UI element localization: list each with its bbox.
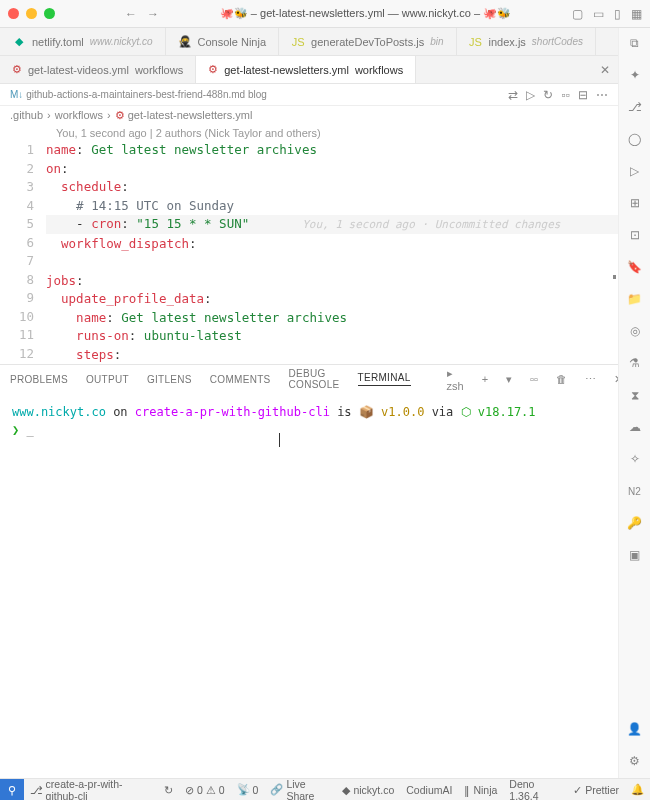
- tab-generateDevToPosts.js[interactable]: JSgenerateDevToPosts.jsbin: [279, 28, 456, 55]
- sparkle-icon[interactable]: ✦: [626, 66, 644, 84]
- titlebar: ← → 🐙🐝 – get-latest-newsletters.yml — ww…: [0, 0, 650, 28]
- status-ninja[interactable]: ‖Ninja: [458, 784, 503, 796]
- tab-netlify.toml[interactable]: ◆netlify.tomlwww.nickyt.co: [0, 28, 166, 55]
- code-line[interactable]: name: Get latest newsletter archives: [46, 309, 618, 328]
- term-node-icon: ⬡: [461, 405, 478, 419]
- sidebar-toggle-icon[interactable]: ▯: [614, 7, 621, 21]
- settings-icon[interactable]: ⚙: [626, 752, 644, 770]
- refresh-icon[interactable]: ↻: [543, 88, 553, 102]
- error-icon: ⊘: [185, 784, 194, 796]
- activity-bar-right: ⧉ ✦ ⎇ ◯ ▷ ⊞ ⊡ 🔖 📁 ◎ ⚗ ⧗ ☁ ✧ N2 🔑 ▣ 👤 ⚙: [618, 28, 650, 778]
- panel-tab-gitlens[interactable]: GITLENS: [147, 374, 192, 385]
- pause-icon: ‖: [464, 784, 470, 796]
- code-line[interactable]: [46, 253, 618, 272]
- folder-icon[interactable]: 📁: [626, 290, 644, 308]
- panel-tab-debug console[interactable]: DEBUG CONSOLE: [289, 368, 340, 390]
- diff-icon[interactable]: ⊟: [578, 88, 588, 102]
- status-bell[interactable]: 🔔: [625, 783, 650, 796]
- code-line[interactable]: update_profile_data:: [46, 290, 618, 309]
- kill-terminal-icon[interactable]: 🗑: [556, 373, 567, 385]
- split-icon[interactable]: ▫▫: [561, 88, 570, 102]
- minimap-indicator: [613, 275, 616, 279]
- panel-tab-problems[interactable]: PROBLEMS: [10, 374, 68, 385]
- status-ports[interactable]: 📡0: [231, 783, 265, 796]
- open-editor-label[interactable]: github-actions-a-maintainers-best-friend…: [26, 89, 245, 100]
- branch-icon[interactable]: ⎇: [626, 98, 644, 116]
- maximize-window[interactable]: [44, 8, 55, 19]
- copy-icon[interactable]: ⧉: [626, 34, 644, 52]
- customize-layout-icon[interactable]: ▦: [631, 7, 642, 21]
- terminal-more-icon[interactable]: ⋯: [585, 373, 596, 386]
- radio-icon: 📡: [237, 783, 250, 796]
- more-icon[interactable]: ⋯: [596, 88, 608, 102]
- code-line[interactable]: workflow_dispatch:: [46, 235, 618, 254]
- status-site[interactable]: ◆nickyt.co: [336, 784, 400, 796]
- account-icon[interactable]: 👤: [626, 720, 644, 738]
- breadcrumb[interactable]: .github›workflows›⚙ get-latest-newslette…: [0, 106, 618, 125]
- close-tab-icon[interactable]: ✕: [600, 63, 610, 77]
- term-branch: create-a-pr-with-github-cli: [135, 405, 330, 419]
- code-line[interactable]: steps:: [46, 346, 618, 365]
- run-icon[interactable]: ▷: [526, 88, 535, 102]
- target-icon[interactable]: ◎: [626, 322, 644, 340]
- status-branch[interactable]: ⎇create-a-pr-with-github-cli: [24, 778, 158, 801]
- code-line[interactable]: - cron: "15 15 * * SUN" You, 1 second ag…: [46, 215, 618, 235]
- term-version: v1.0.0: [381, 405, 424, 419]
- status-prettier[interactable]: ✓Prettier: [567, 784, 625, 796]
- nav-back[interactable]: ←: [125, 7, 137, 21]
- split-terminal-icon[interactable]: ▫▫: [530, 373, 538, 385]
- box-icon[interactable]: ▣: [626, 546, 644, 564]
- status-liveshare[interactable]: 🔗Live Share: [264, 778, 336, 801]
- timeline-icon[interactable]: ⧗: [626, 386, 644, 404]
- tab-get-latest-videos.yml[interactable]: ⚙get-latest-videos.ymlworkflows: [0, 56, 196, 83]
- panel-tab-comments[interactable]: COMMENTS: [210, 374, 271, 385]
- code-editor[interactable]: 123456789101112 name: Get latest newslet…: [0, 141, 618, 364]
- panel-tab-terminal[interactable]: TERMINAL: [358, 372, 411, 386]
- cloud-icon[interactable]: ☁: [626, 418, 644, 436]
- terminal-dropdown-icon[interactable]: ▾: [506, 373, 512, 386]
- status-codium[interactable]: CodiumAI: [400, 784, 458, 796]
- package-icon[interactable]: ⊞: [626, 194, 644, 212]
- traffic-lights: [8, 8, 55, 19]
- extensions-icon[interactable]: ⊡: [626, 226, 644, 244]
- tab-Console Ninja[interactable]: 🥷Console Ninja: [166, 28, 279, 55]
- term-cursor-underscore: _: [26, 423, 33, 437]
- terminal[interactable]: www.nickyt.co on create-a-pr-with-github…: [0, 393, 618, 781]
- code-line[interactable]: jobs:: [46, 272, 618, 291]
- beaker-icon[interactable]: ⚗: [626, 354, 644, 372]
- code-line[interactable]: on:: [46, 160, 618, 179]
- tab-get-latest-newsletters.yml[interactable]: ⚙get-latest-newsletters.ymlworkflows: [196, 56, 416, 83]
- panel-tabs: PROBLEMSOUTPUTGITLENSCOMMENTSDEBUG CONSO…: [0, 365, 618, 393]
- bookmark-icon[interactable]: 🔖: [626, 258, 644, 276]
- tab-label: Console Ninja: [198, 36, 266, 48]
- remote-indicator[interactable]: ⚲: [0, 779, 24, 800]
- code-line[interactable]: schedule:: [46, 178, 618, 197]
- minimize-window[interactable]: [26, 8, 37, 19]
- breadcrumb-seg[interactable]: get-latest-newsletters.yml: [128, 109, 253, 121]
- compare-icon[interactable]: ⇄: [508, 88, 518, 102]
- panel-toggle-icon[interactable]: ▭: [593, 7, 604, 21]
- check-icon: ✓: [573, 784, 582, 796]
- nav-forward[interactable]: →: [147, 7, 159, 21]
- close-window[interactable]: [8, 8, 19, 19]
- status-sync[interactable]: ↻: [158, 784, 179, 796]
- status-deno[interactable]: Deno 1.36.4: [503, 778, 567, 801]
- status-errors[interactable]: ⊘0 ⚠0: [179, 784, 231, 796]
- code-line[interactable]: runs-on: ubuntu-latest: [46, 327, 618, 346]
- gitlens-authors[interactable]: You, 1 second ago | 2 authors (Nick Tayl…: [0, 125, 618, 141]
- play-icon[interactable]: ▷: [626, 162, 644, 180]
- shell-selector[interactable]: ▸ zsh: [447, 367, 464, 392]
- yaml-icon: ⚙: [208, 63, 218, 76]
- tab-index.js[interactable]: JSindex.jsshortCodes: [457, 28, 596, 55]
- github-icon[interactable]: ◯: [626, 130, 644, 148]
- search-sparkle-icon[interactable]: ✧: [626, 450, 644, 468]
- breadcrumb-seg[interactable]: workflows: [55, 109, 103, 121]
- code-line[interactable]: name: Get latest newsletter archives: [46, 141, 618, 160]
- layout-icon[interactable]: ▢: [572, 7, 583, 21]
- new-terminal-icon[interactable]: +: [482, 373, 488, 385]
- n2-icon[interactable]: N2: [626, 482, 644, 500]
- key-icon[interactable]: 🔑: [626, 514, 644, 532]
- code-line[interactable]: # 14:15 UTC on Sunday: [46, 197, 618, 216]
- panel-tab-output[interactable]: OUTPUT: [86, 374, 129, 385]
- breadcrumb-seg[interactable]: .github: [10, 109, 43, 121]
